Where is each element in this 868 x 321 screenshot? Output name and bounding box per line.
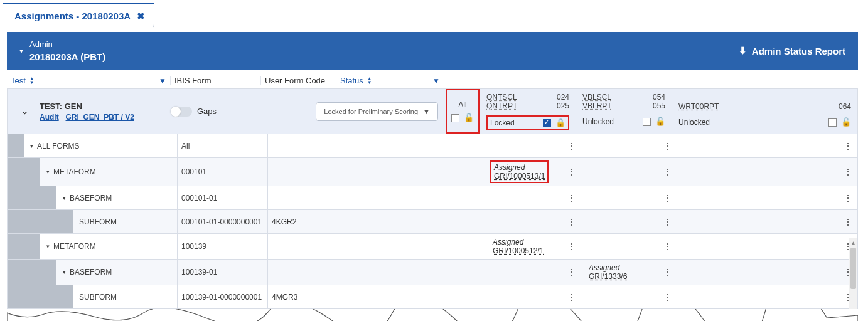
ibis-cell: 000101-01-0000000001 [177,210,267,233]
more-icon[interactable]: ⋮ [844,167,852,177]
lock-checkbox[interactable] [828,118,837,127]
test-header-row: ⌄ TEST: GEN Audit GRI_GEN_PBT / V2 Gaps … [7,88,858,134]
data-cell: ⋮ [485,210,581,233]
row-label[interactable]: SUBFORM [73,210,177,233]
chevron-down-icon[interactable]: ⌄ [21,107,28,116]
row-label[interactable]: ▾BASEFORM [56,186,177,209]
lock-label: Unlocked [678,118,710,127]
more-icon[interactable]: ⋮ [567,241,576,251]
more-icon[interactable]: ⋮ [844,217,852,227]
sort-icon[interactable]: ▲▼ [367,77,372,85]
form-link[interactable]: GRI_GEN_PBT / V2 [66,113,134,122]
row-label[interactable]: ▾METAFORM [40,158,177,186]
close-icon[interactable]: ✖ [137,11,145,22]
ibis-cell: 000101 [177,158,267,186]
more-icon[interactable]: ⋮ [663,292,672,302]
data-cell: ⋮ [485,186,581,209]
scroll-thumb[interactable] [850,248,856,289]
filter-icon[interactable]: ▼ [432,76,440,85]
admin-status-report-link[interactable]: ⬇ Admin Status Report [739,45,845,56]
tab-title: Assignments - 20180203A [14,11,131,21]
ufc-cell: 4KGR2 [267,210,343,233]
vertical-scrollbar[interactable]: ▲ [849,238,857,309]
col-test[interactable]: Test ▲▼ ▼ [11,76,170,85]
more-icon[interactable]: ⋮ [663,141,672,151]
more-icon[interactable]: ⋮ [567,267,576,277]
data-cell: ⋮ [485,260,581,285]
row-label[interactable]: SUBFORM [73,285,177,308]
caret-down-icon: ▼ [423,108,430,115]
data-cell: ⋮ [581,158,677,186]
spacer-cell [451,234,485,259]
more-icon[interactable]: ⋮ [567,141,576,151]
assigned-link[interactable]: GRI/1000512/1 [493,246,544,255]
gaps-label: Gaps [197,107,217,116]
more-icon[interactable]: ⋮ [567,167,576,177]
score-column: QNTSCL024QNTRPT025 Locked 🔒 [480,89,576,134]
data-cell: ⋮ [485,134,581,157]
unlock-icon: 🔓 [841,117,851,127]
ibis-cell: 100139-01-0000000001 [177,285,267,308]
assigned-link[interactable]: GRI/1333/6 [589,272,627,281]
assigned-label: Assigned [589,263,627,272]
lock-checkbox[interactable] [643,118,651,126]
gaps-toggle[interactable]: Gaps [171,107,217,117]
chevron-down-icon[interactable]: ▾ [63,269,66,275]
row-label[interactable]: ▾ALL FORMS [24,134,177,157]
row-label[interactable]: ▾BASEFORM [56,260,177,285]
indent-block [8,285,73,308]
spacer-cell [451,158,485,186]
more-icon[interactable]: ⋮ [663,217,672,227]
more-icon[interactable]: ⋮ [663,241,672,251]
chevron-down-icon[interactable]: ▾ [30,143,33,149]
chevron-down-icon[interactable]: ▾ [46,169,50,175]
col-ibis[interactable]: IBIS Form [170,76,260,85]
lock-icon: 🔒 [555,118,565,127]
tab-assignments[interactable]: Assignments - 20180203A ✖ [3,3,154,28]
breadcrumb: Admin [29,39,105,49]
chevron-down-icon[interactable]: ▾ [19,46,23,55]
more-icon[interactable]: ⋮ [663,193,672,203]
data-cell: Assigned GRI/1000513/1 ⋮ [485,158,581,186]
column-headers: Test ▲▼ ▼ IBIS Form User Form Code Statu… [7,73,858,88]
audit-link[interactable]: Audit [40,113,59,122]
unlock-icon: 🔓 [655,117,665,126]
ufc-cell [267,158,343,186]
data-cell: ⋮ [581,134,677,157]
col-status[interactable]: Status ▲▼ ▼ [336,76,444,85]
table-row: ▾ALL FORMS All ⋮⋮⋮ [7,134,858,158]
col-test-label: Test [11,76,26,85]
spacer-cell [451,210,485,233]
admin-header-bar: ▾ Admin 20180203A (PBT) ⬇ Admin Status R… [7,32,858,70]
more-icon[interactable]: ⋮ [663,167,672,177]
lock-scope-dropdown[interactable]: Locked for Preliminary Scoring ▼ [316,102,438,121]
spacer-cell [451,285,485,308]
table-row: SUBFORM 100139-01-0000000001 4MGR3 ⋮⋮⋮ [7,285,858,309]
more-icon[interactable]: ⋮ [663,267,672,277]
ufc-cell [267,234,343,259]
data-cell: ⋮ [677,234,857,259]
spacer-cell [451,134,485,157]
all-checkbox[interactable] [451,114,459,122]
more-icon[interactable]: ⋮ [844,141,852,151]
chevron-down-icon[interactable]: ▾ [63,195,66,201]
score-column: VBLSCL054VBLRPT055 Unlocked 🔓 [576,89,672,134]
data-cell: ⋮ [581,234,677,259]
indent-block [8,210,73,233]
filter-icon[interactable]: ▼ [159,76,166,85]
chevron-down-icon[interactable]: ▾ [46,243,50,250]
more-icon[interactable]: ⋮ [567,217,576,227]
more-icon[interactable]: ⋮ [567,292,576,302]
more-icon[interactable]: ⋮ [844,193,852,203]
col-ufc[interactable]: User Form Code [260,76,336,85]
row-label[interactable]: ▾METAFORM [40,234,177,259]
scroll-up-icon[interactable]: ▲ [849,238,857,248]
more-icon[interactable]: ⋮ [567,193,576,203]
data-cell: ⋮ [677,260,857,285]
assigned-link[interactable]: GRI/1000513/1 [494,172,545,181]
data-cell: ⋮ [581,186,677,209]
dropdown-label: Locked for Preliminary Scoring [324,108,418,115]
lock-checkbox[interactable] [543,119,551,127]
sort-icon[interactable]: ▲▼ [29,77,35,85]
ufc-cell [267,260,343,285]
